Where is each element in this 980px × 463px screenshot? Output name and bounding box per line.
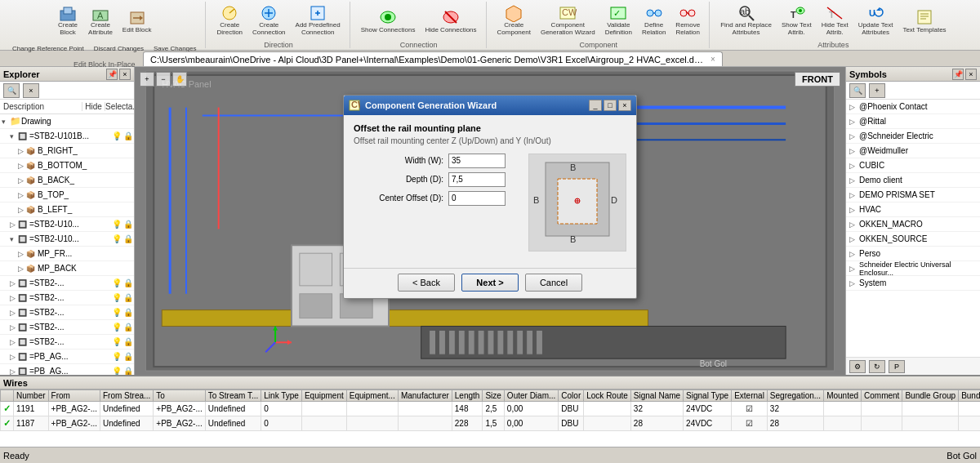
tree-row-pb-ag2[interactable]: ▷ 🔲 =PB_AG... 💡 🔒: [0, 364, 134, 375]
sym-row-weidmuller[interactable]: ▷ @Weidmuller: [846, 144, 980, 158]
col-size[interactable]: Size: [483, 390, 504, 402]
explorer-close2-button[interactable]: ×: [23, 83, 39, 98]
component-wizard-dialog[interactable]: CW Component Generation Wizard _ □ × Off…: [343, 95, 637, 299]
define-relation-button[interactable]: DefineRelation: [638, 3, 670, 38]
explorer-pin-button[interactable]: 📌: [106, 69, 118, 80]
sym-row-phoenix[interactable]: ▷ @Phoenix Contact: [846, 100, 980, 114]
text-templates-button[interactable]: Text Templates: [898, 3, 950, 38]
tree-row-mpfr[interactable]: ▷ 📦 MP_FR...: [0, 247, 134, 261]
col-to[interactable]: To: [154, 390, 205, 402]
pan-button[interactable]: ✋: [172, 72, 187, 87]
dialog-next-button[interactable]: Next >: [461, 274, 519, 292]
sym-row-okken-macro[interactable]: ▷ OKKEN_MACRO: [846, 217, 980, 232]
update-text-button[interactable]: U Update TextAttributes: [854, 3, 898, 38]
dialog-close-button[interactable]: ×: [618, 100, 631, 111]
create-attribute-button[interactable]: A CreateAttribute: [84, 3, 117, 38]
create-block-button[interactable]: CreateBlock: [53, 3, 82, 38]
sym-row-okken-source[interactable]: ▷ OKKEN_SOURCE: [846, 232, 980, 247]
tree-row-stb2-u10b[interactable]: ▾ 🔲 =STB2-U10... 💡 🔒: [0, 232, 134, 247]
col-length[interactable]: Length: [452, 390, 483, 402]
show-text-attrib-button[interactable]: T Show TextAttrib.: [777, 3, 816, 38]
sym-row-rittal[interactable]: ▷ @Rittal: [846, 114, 980, 129]
col-link-type[interactable]: Link Type: [261, 390, 302, 402]
sym-row-demo-client[interactable]: ▷ Demo client: [846, 173, 980, 188]
dialog-cancel-button[interactable]: Cancel: [525, 274, 582, 292]
sym-row-system[interactable]: ▷ System: [846, 276, 980, 291]
symbols-close-button[interactable]: ×: [965, 69, 977, 80]
wire-row-1191[interactable]: ✓ 1191 +PB_AG2-... Undefined +PB_AG2-...…: [1, 402, 981, 416]
sym-row-demo-prisma[interactable]: ▷ DEMO PRISMA SET: [846, 188, 980, 203]
col-segregation[interactable]: Segregation...: [767, 390, 823, 402]
tree-lock-stb2[interactable]: 🔒: [122, 131, 134, 140]
symbols-add-button[interactable]: +: [869, 83, 885, 98]
component-wizard-button[interactable]: CW ComponentGeneration Wizard: [537, 3, 599, 38]
sym-row-cubic[interactable]: ▷ CUBIC: [846, 158, 980, 173]
depth-input[interactable]: [448, 172, 506, 187]
tree-row-stb2-u101b[interactable]: ▾ 🔲 =STB2-U101B... 💡 🔒: [0, 129, 134, 144]
find-replace-button[interactable]: ab Find and ReplaceAttributes: [716, 3, 776, 38]
hide-connections-button[interactable]: Hide Connections: [421, 3, 480, 38]
viewport[interactable]: HVAC Panel FRONT + − ✋ Bot Gol CW: [135, 67, 845, 375]
create-component-button[interactable]: CreateComponent: [493, 3, 535, 38]
tree-row-btop[interactable]: ▷ 📦 B_TOP_: [0, 188, 134, 203]
create-connection-button[interactable]: CreateConnection: [248, 3, 289, 38]
tree-row-stb2-3[interactable]: ▷ 🔲 =STB2-... 💡 🔒: [0, 305, 134, 320]
col-signal-name[interactable]: Signal Name: [630, 390, 683, 402]
add-predefined-connection-button[interactable]: Add PredefinedConnection: [292, 3, 345, 38]
col-bundle-group[interactable]: Bundle Group: [902, 390, 959, 402]
symbols-pin-button[interactable]: 📌: [952, 69, 964, 80]
tree-row-stb2-4[interactable]: ▷ 🔲 =STB2-... 💡 🔒: [0, 320, 134, 335]
col-lock-route[interactable]: Lock Route: [584, 390, 631, 402]
discard-changes-button[interactable]: Discard Changes: [90, 41, 148, 57]
wires-table[interactable]: Number From From Strea... To To Stream T…: [0, 390, 980, 447]
col-mounted[interactable]: Mounted: [824, 390, 862, 402]
width-input[interactable]: [448, 154, 506, 168]
center-offset-input[interactable]: [448, 191, 506, 206]
col-to-stream[interactable]: To Stream T...: [205, 390, 261, 402]
sym-row-schneider-universal[interactable]: ▷ Schneider Electric Universal Enclosur.…: [846, 261, 980, 276]
edit-block-button[interactable]: Edit Block: [118, 3, 156, 38]
tree-row-bback[interactable]: ▷ 📦 B_BACK_: [0, 173, 134, 188]
dialog-maximize-button[interactable]: □: [604, 100, 617, 111]
col-number[interactable]: Number: [14, 390, 49, 402]
sym-row-hvac[interactable]: ▷ HVAC: [846, 203, 980, 217]
tree-row-stb2-1[interactable]: ▷ 🔲 =STB2-... 💡 🔒: [0, 276, 134, 291]
col-equipment2[interactable]: Equipment...: [346, 390, 398, 402]
tree-row-bright[interactable]: ▷ 📦 B_RIGHT_: [0, 144, 134, 158]
col-external[interactable]: External: [732, 390, 768, 402]
change-reference-button[interactable]: Change Reference Point: [8, 41, 88, 57]
col-comment[interactable]: Comment: [862, 390, 902, 402]
tree-row-drawing[interactable]: ▾ 📁 Drawing: [0, 114, 134, 129]
explorer-search-button[interactable]: 🔍: [3, 83, 20, 98]
symbols-settings-button[interactable]: ⚙: [849, 360, 866, 373]
tree-eye-stb2[interactable]: 💡: [111, 131, 122, 140]
tree-row-stb2-5[interactable]: ▷ 🔲 =STB2-... 💡 🔒: [0, 335, 134, 349]
symbols-refresh-button[interactable]: ↻: [869, 360, 885, 373]
symbols-filter-button[interactable]: P: [889, 360, 905, 373]
tree-row-stb2-u10a[interactable]: ▷ 🔲 =STB2-U10... 💡 🔒: [0, 217, 134, 232]
explorer-close-button[interactable]: ×: [119, 69, 131, 80]
col-bundle-group2[interactable]: Bundle Grou...: [959, 390, 980, 402]
col-manufacturer[interactable]: Manufacturer: [398, 390, 452, 402]
show-connections-button[interactable]: Show Connections: [357, 3, 420, 38]
tree-row-pb-ag1[interactable]: ▷ 🔲 =PB_AG... 💡 🔒: [0, 349, 134, 364]
tree-row-mpback[interactable]: ▷ 📦 MP_BACK: [0, 261, 134, 276]
create-direction-button[interactable]: CreateDirection: [212, 3, 247, 38]
validate-definition-button[interactable]: ✓ ValidateDefinition: [601, 3, 636, 38]
symbols-search-button[interactable]: 🔍: [849, 83, 866, 98]
file-tab[interactable]: C:\Users\mbeaurain\OneDrive - Alpi Cloud…: [143, 51, 723, 66]
zoom-out-button[interactable]: −: [156, 72, 171, 87]
hide-text-attrib-button[interactable]: T Hide TextAttrib.: [817, 3, 853, 38]
dialog-minimize-button[interactable]: _: [589, 100, 602, 111]
col-from[interactable]: From: [48, 390, 100, 402]
tree-row-bbottom[interactable]: ▷ 📦 B_BOTTOM_: [0, 158, 134, 173]
col-equipment[interactable]: Equipment: [301, 390, 346, 402]
remove-relation-button[interactable]: RemoveRelation: [671, 3, 704, 38]
dialog-back-button[interactable]: < Back: [398, 274, 455, 292]
close-tab-icon[interactable]: ×: [710, 55, 715, 64]
zoom-in-button[interactable]: +: [140, 72, 154, 87]
col-from-stream[interactable]: From Strea...: [100, 390, 154, 402]
wire-row-1187[interactable]: ✓ 1187 +PB_AG2-... Undefined +PB_AG2-...…: [1, 416, 981, 431]
sym-row-perso[interactable]: ▷ Perso: [846, 247, 980, 261]
tree-row-bleft[interactable]: ▷ 📦 B_LEFT_: [0, 203, 134, 217]
